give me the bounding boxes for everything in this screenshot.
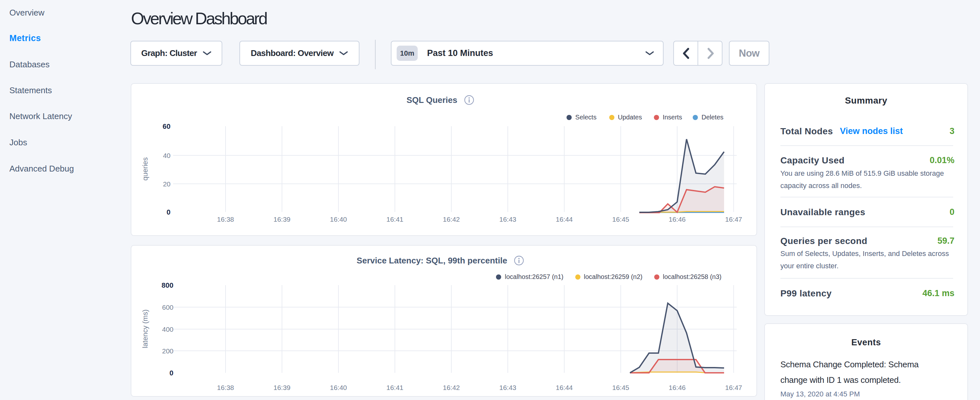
svg-text:200: 200 (162, 347, 173, 355)
svg-text:20: 20 (163, 180, 170, 188)
svg-text:16:45: 16:45 (612, 215, 629, 223)
svg-text:16:44: 16:44 (556, 215, 573, 223)
svg-text:16:45: 16:45 (612, 384, 629, 391)
svg-text:60: 60 (163, 122, 170, 131)
svg-text:16:41: 16:41 (386, 384, 404, 391)
svg-text:queries: queries (141, 157, 149, 180)
svg-text:16:43: 16:43 (499, 215, 516, 223)
svg-text:40: 40 (163, 152, 170, 159)
svg-text:16:39: 16:39 (274, 384, 291, 391)
svg-text:0: 0 (170, 369, 173, 377)
svg-text:16:47: 16:47 (725, 384, 742, 391)
svg-text:400: 400 (162, 325, 173, 333)
svg-text:16:41: 16:41 (386, 215, 404, 223)
svg-text:600: 600 (162, 304, 173, 311)
svg-text:16:40: 16:40 (330, 215, 347, 223)
svg-text:800: 800 (161, 281, 173, 289)
svg-text:16:47: 16:47 (725, 215, 742, 223)
svg-text:16:42: 16:42 (443, 384, 460, 391)
svg-text:latency (ms): latency (ms) (141, 309, 149, 348)
svg-text:16:46: 16:46 (669, 384, 686, 391)
svg-text:0: 0 (167, 208, 170, 216)
svg-text:16:39: 16:39 (274, 215, 291, 223)
svg-text:16:46: 16:46 (669, 215, 686, 223)
svg-text:16:38: 16:38 (217, 215, 234, 223)
svg-text:16:38: 16:38 (217, 384, 234, 391)
svg-text:16:44: 16:44 (556, 384, 573, 391)
svg-text:16:40: 16:40 (330, 384, 347, 391)
svg-text:16:42: 16:42 (443, 215, 460, 223)
svg-text:16:43: 16:43 (499, 384, 516, 391)
